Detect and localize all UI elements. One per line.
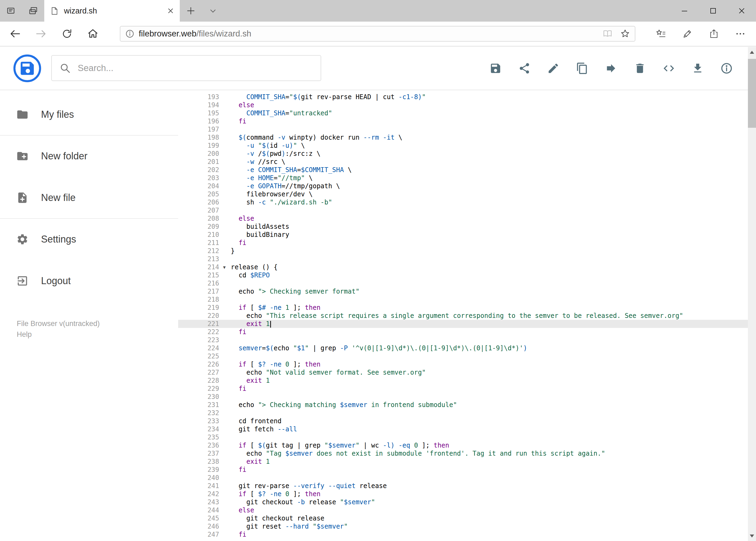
- forward-button[interactable]: [28, 22, 54, 46]
- sidebar-item-settings[interactable]: Settings: [0, 223, 178, 256]
- fold-marker-icon[interactable]: ▾: [223, 263, 226, 271]
- page-scrollbar[interactable]: [748, 47, 756, 541]
- code-line[interactable]: 206 sh -c "./wizard.sh -b": [178, 198, 748, 206]
- more-options-button[interactable]: [727, 22, 754, 46]
- download-button[interactable]: [691, 62, 704, 75]
- code-line[interactable]: 216: [178, 279, 748, 287]
- move-button[interactable]: [605, 62, 617, 75]
- code-line[interactable]: 219 if [ $# -ne 1 ]; then: [178, 303, 748, 312]
- tab-close-button[interactable]: [167, 8, 174, 14]
- home-button[interactable]: [80, 22, 106, 46]
- code-line[interactable]: 245 git checkout release: [178, 514, 748, 522]
- code-line[interactable]: 211 fi: [178, 239, 748, 247]
- code-line[interactable]: 200 -v /$(pwd):/src:z \: [178, 150, 748, 158]
- code-line[interactable]: 223: [178, 336, 748, 344]
- browser-tab[interactable]: wizard.sh: [44, 0, 180, 22]
- code-line[interactable]: 243 git checkout -b release "$semver": [178, 498, 748, 506]
- code-line[interactable]: 212}: [178, 247, 748, 255]
- code-line[interactable]: 239 fi: [178, 466, 748, 474]
- code-editor[interactable]: 193 COMMIT_SHA="$(git rev-parse HEAD | c…: [178, 90, 748, 541]
- url-text[interactable]: filebrowser.web/files/wizard.sh: [139, 29, 595, 39]
- code-line[interactable]: 232: [178, 409, 748, 417]
- code-line[interactable]: 225: [178, 352, 748, 360]
- back-button[interactable]: [2, 22, 28, 46]
- close-window-button[interactable]: [727, 0, 756, 22]
- code-line[interactable]: 227 echo "Not valid semver format. See s…: [178, 368, 748, 376]
- code-line[interactable]: 241 git rev-parse --verify --quiet relea…: [178, 482, 748, 490]
- code-line[interactable]: 222 fi: [178, 328, 748, 336]
- code-line[interactable]: 236 if [ $(git tag | grep "$semver" | wc…: [178, 441, 748, 449]
- share-button[interactable]: [701, 22, 727, 46]
- code-line[interactable]: 214▾release () {: [178, 263, 748, 271]
- code-line[interactable]: 220 echo "This release script requires a…: [178, 312, 748, 320]
- code-line[interactable]: 213: [178, 255, 748, 263]
- rename-button[interactable]: [547, 62, 560, 75]
- minimize-button[interactable]: [670, 0, 699, 22]
- reading-view-button[interactable]: [603, 29, 613, 39]
- code-line[interactable]: 204 -e GOPATH=//tmp/gopath \: [178, 182, 748, 190]
- save-button[interactable]: [489, 62, 502, 75]
- code-line[interactable]: 240: [178, 474, 748, 482]
- code-line[interactable]: 201 -w //src \: [178, 158, 748, 166]
- code-line[interactable]: 242 if [ $? -ne 0 ]; then: [178, 490, 748, 498]
- code-line[interactable]: 210 buildBinary: [178, 231, 748, 239]
- scroll-down-button[interactable]: [748, 531, 756, 541]
- code-line[interactable]: 221 exit 1: [178, 320, 748, 328]
- code-line[interactable]: 218: [178, 295, 748, 303]
- favorite-button[interactable]: [620, 29, 630, 39]
- code-line[interactable]: 231 echo "> Checking matching $semver in…: [178, 401, 748, 409]
- code-line[interactable]: 205 filebrowser/dev \: [178, 190, 748, 198]
- code-line[interactable]: 224 semver=$(echo "$1" | grep -P '^v(0|[…: [178, 344, 748, 352]
- code-line[interactable]: 226 if [ $? -ne 0 ]; then: [178, 360, 748, 368]
- sidebar-item-logout[interactable]: Logout: [0, 264, 178, 297]
- code-line[interactable]: 246 git reset --hard "$semver": [178, 522, 748, 530]
- code-line[interactable]: 237 echo "Tag $semver does not exist in …: [178, 449, 748, 457]
- code-line[interactable]: 247 fi: [178, 530, 748, 539]
- app-logo[interactable]: [13, 54, 42, 83]
- code-line[interactable]: 229 fi: [178, 385, 748, 393]
- maximize-button[interactable]: [699, 0, 727, 22]
- code-line[interactable]: 203 -e HOME="//tmp" \: [178, 174, 748, 182]
- code-line[interactable]: 199 -u "$(id -u)" \: [178, 142, 748, 150]
- code-line[interactable]: 197: [178, 125, 748, 134]
- code-line[interactable]: 194 else: [178, 101, 748, 109]
- code-line[interactable]: 208 else: [178, 215, 748, 223]
- tab-list-button[interactable]: [202, 0, 224, 22]
- code-line[interactable]: 209 buildAssets: [178, 223, 748, 231]
- code-line[interactable]: 217 echo "> Checking semver format": [178, 287, 748, 295]
- scrollbar-thumb[interactable]: [748, 59, 756, 128]
- code-line[interactable]: 198 $(command -v winpty) docker run --rm…: [178, 134, 748, 142]
- code-line[interactable]: 215 cd $REPO: [178, 271, 748, 279]
- delete-button[interactable]: [634, 62, 646, 75]
- file-info-button[interactable]: [720, 62, 733, 75]
- search-input[interactable]: [78, 63, 313, 73]
- code-line[interactable]: 234 git fetch --all: [178, 425, 748, 433]
- tabs-aside-button[interactable]: [22, 0, 44, 22]
- sidebar-item-my-files[interactable]: My files: [0, 98, 178, 131]
- code-line[interactable]: 235: [178, 433, 748, 441]
- search-box[interactable]: [51, 55, 321, 81]
- sidebar-item-new-file[interactable]: New file: [0, 181, 178, 215]
- share-file-button[interactable]: [518, 62, 531, 75]
- code-line[interactable]: 228 exit 1: [178, 376, 748, 385]
- sidebar-item-new-folder[interactable]: New folder: [0, 139, 178, 173]
- code-line[interactable]: 207: [178, 206, 748, 215]
- code-line[interactable]: 193 COMMIT_SHA="$(git rev-parse HEAD | c…: [178, 93, 748, 101]
- code-line[interactable]: 196 fi: [178, 117, 748, 125]
- code-line[interactable]: 202 -e COMMIT_SHA=$COMMIT_SHA \: [178, 166, 748, 174]
- code-line[interactable]: 195 COMMIT_SHA="untracked": [178, 109, 748, 117]
- new-tab-button[interactable]: [180, 0, 202, 22]
- code-line[interactable]: 230: [178, 393, 748, 401]
- code-line[interactable]: 238 exit 1: [178, 457, 748, 466]
- code-line[interactable]: 233 cd frontend: [178, 417, 748, 425]
- refresh-button[interactable]: [54, 22, 80, 46]
- tab-preview-button[interactable]: [0, 0, 22, 22]
- site-info-icon[interactable]: [125, 29, 134, 38]
- web-note-button[interactable]: [674, 22, 701, 46]
- hub-button[interactable]: [648, 22, 674, 46]
- source-code-button[interactable]: [662, 62, 675, 75]
- help-link[interactable]: Help: [17, 329, 178, 340]
- address-bar[interactable]: filebrowser.web/files/wizard.sh: [120, 26, 635, 42]
- scroll-up-button[interactable]: [748, 47, 756, 57]
- code-line[interactable]: 244 else: [178, 506, 748, 514]
